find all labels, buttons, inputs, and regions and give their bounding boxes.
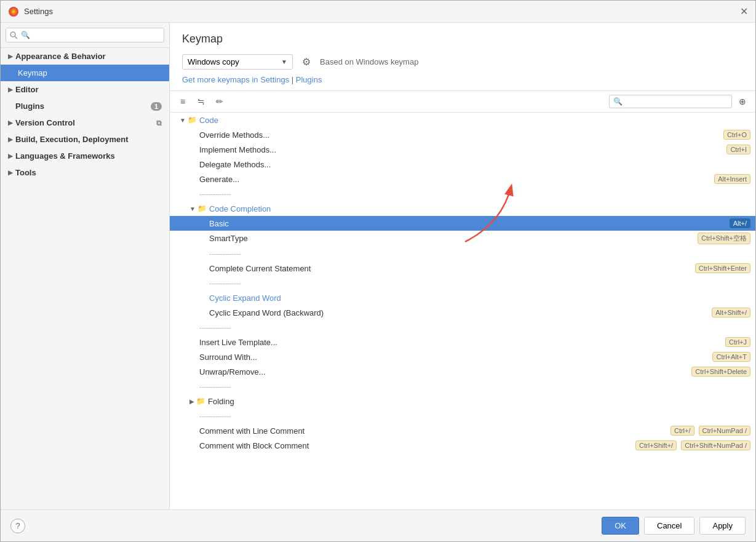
tree-row[interactable]: Delegate Methods... <box>170 157 755 172</box>
sidebar-item-keymap[interactable]: Keymap <box>1 65 169 81</box>
shortcut-badge: Ctrl+Shift+Enter <box>695 263 750 273</box>
shortcut-badge: Ctrl+Shift+Delete <box>691 367 750 377</box>
tree-search-input[interactable] <box>625 97 723 106</box>
help-button[interactable]: ? <box>10 519 25 533</box>
separator-label: -------------- <box>209 250 750 257</box>
tree-item-cyclic-back: Cyclic Expand Word (Backward) <box>209 308 709 317</box>
tree-row[interactable]: Implement Methods... Ctrl+I <box>170 142 755 157</box>
tree-row[interactable]: ▼ 📁 Code Completion <box>170 201 755 216</box>
content-area: Keymap Windows copy ▼ ⚙ Based on Windows… <box>170 23 755 509</box>
tree-row[interactable]: Override Methods... Ctrl+O <box>170 127 755 142</box>
tree-row[interactable]: Surround With... Ctrl+Alt+T <box>170 349 755 364</box>
tree-row-separator: -------------- <box>170 186 755 201</box>
tree-item-live-template: Insert Live Template... <box>199 338 723 347</box>
tree-item-comment-block: Comment with Block Comment <box>199 441 633 450</box>
folder-icon: 📁 <box>196 397 205 405</box>
shortcut-badge: Ctrl+I <box>726 145 750 154</box>
chevron-down-icon: ▼ <box>281 58 287 65</box>
expand-arrow-completion: ▼ <box>189 205 196 212</box>
tree-row[interactable]: SmartType Ctrl+Shift+空格 <box>170 231 755 246</box>
plugins-link[interactable]: Plugins <box>296 75 322 84</box>
cancel-button[interactable]: Cancel <box>644 517 694 535</box>
tree-item-smarttype: SmartType <box>209 234 695 243</box>
tree-row[interactable]: Comment with Line Comment Ctrl+/ Ctrl+Nu… <box>170 423 755 438</box>
vcs-icon: ⧉ <box>156 119 162 127</box>
edit-button[interactable]: ✏ <box>212 94 228 110</box>
tree-row[interactable]: ▼ 📁 Code <box>170 113 755 127</box>
collapse-all-icon: ≡ <box>180 97 185 106</box>
link-separator: | <box>289 75 296 84</box>
settings-link[interactable]: Get more keymaps in Settings <box>182 75 289 84</box>
tree-item-completion: Code Completion <box>209 204 750 213</box>
shortcut-group: Ctrl+Shift+空格 <box>695 233 750 244</box>
sidebar-item-label-build: Build, Execution, Deployment <box>15 135 128 144</box>
bottom-bar: ? OK Cancel Apply <box>1 509 755 541</box>
shortcut-badge: Ctrl+Shift+空格 <box>698 233 750 244</box>
keymap-info-text: Based on Windows keymap <box>320 57 418 66</box>
search-input[interactable] <box>6 28 164 42</box>
keymap-dropdown-value: Windows copy <box>188 57 239 66</box>
plugins-badge: 1 <box>151 102 162 111</box>
tree-row-separator: -------------- <box>170 246 755 261</box>
sidebar-item-label-languages: Languages & Frameworks <box>15 151 115 161</box>
tree-row[interactable]: Insert Live Template... Ctrl+J <box>170 335 755 349</box>
keymap-links: Get more keymaps in Settings | Plugins <box>182 75 743 84</box>
sidebar-item-languages[interactable]: ▶ Languages & Frameworks <box>1 148 169 164</box>
sidebar-item-appearance[interactable]: ▶ Appearance & Behavior <box>1 48 169 65</box>
shortcut-badge: Ctrl+NumPad / <box>699 426 750 436</box>
tree-row[interactable]: ▶ 📁 Folding <box>170 394 755 408</box>
bottom-actions: OK Cancel Apply <box>602 517 746 535</box>
expand-arrow-vcs: ▶ <box>8 119 13 126</box>
svg-point-2 <box>12 10 15 13</box>
tree-row[interactable]: Unwrap/Remove... Ctrl+Shift+Delete <box>170 364 755 379</box>
shortcut-group: Ctrl+J <box>723 337 750 347</box>
search-options-button[interactable]: ⊕ <box>734 94 750 110</box>
close-button[interactable]: ✕ <box>740 6 748 17</box>
tree-row[interactable]: Cyclic Expand Word <box>170 290 755 305</box>
sidebar-item-label-appearance: Appearance & Behavior <box>15 52 106 61</box>
separator-label: -------------- <box>199 190 750 197</box>
sidebar-item-plugins[interactable]: ▶ Plugins 1 <box>1 98 169 114</box>
tree-row[interactable]: Comment with Block Comment Ctrl+Shift+/ … <box>170 438 755 453</box>
expand-all-button[interactable]: ≒ <box>193 94 209 110</box>
tree-row[interactable]: Cyclic Expand Word (Backward) Alt+Shift+… <box>170 305 755 320</box>
sidebar-item-build[interactable]: ▶ Build, Execution, Deployment <box>1 131 169 148</box>
keymap-dropdown[interactable]: Windows copy ▼ <box>182 54 293 70</box>
tree-row[interactable]: Complete Current Statement Ctrl+Shift+En… <box>170 261 755 276</box>
title-bar: Settings ✕ <box>1 1 755 23</box>
search-options-icon: ⊕ <box>739 97 746 106</box>
page-title: Keymap <box>182 33 743 46</box>
tree-row[interactable]: Basic Alt+/ <box>170 216 755 231</box>
folder-icon: 📁 <box>188 116 197 124</box>
sidebar-item-vcs[interactable]: ▶ Version Control ⧉ <box>1 114 169 131</box>
ok-button[interactable]: OK <box>602 517 639 535</box>
gear-button[interactable]: ⚙ <box>298 53 315 70</box>
sidebar-item-label-plugins: Plugins <box>15 102 44 111</box>
apply-button[interactable]: Apply <box>699 517 746 535</box>
sidebar-item-editor[interactable]: ▶ Editor <box>1 81 169 98</box>
tree-row[interactable]: Generate... Alt+Insert <box>170 172 755 186</box>
shortcut-badge: Ctrl+/ <box>670 426 694 436</box>
tree-area: ▼ 📁 Code Override Methods... Ctrl+O Impl… <box>170 113 755 509</box>
shortcut-badge: Ctrl+Shift+/ <box>635 440 677 450</box>
tree-item-surround: Surround With... <box>199 353 710 362</box>
settings-dialog: Settings ✕ ▶ Appearance & Behavior Keyma… <box>0 0 756 542</box>
title-bar-left: Settings <box>8 6 53 17</box>
sidebar-item-label-vcs: Version Control <box>15 118 75 127</box>
expand-all-icon: ≒ <box>197 97 205 106</box>
toolbar: ≡ ≒ ✏ 🔍 ⊕ <box>170 91 755 113</box>
window-title: Settings <box>24 7 53 16</box>
separator-label: -------------- <box>209 279 750 287</box>
tree-item-implement: Implement Methods... <box>199 145 724 154</box>
shortcut-group: Ctrl+Shift+/ Ctrl+Shift+NumPad / <box>633 440 750 450</box>
shortcut-group: Ctrl+I <box>724 145 750 154</box>
expand-arrow-editor: ▶ <box>8 86 13 93</box>
tree-item-basic: Basic <box>209 219 727 228</box>
tree-row-separator: -------------- <box>170 408 755 423</box>
tree-row-separator: -------------- <box>170 276 755 290</box>
collapse-all-button[interactable]: ≡ <box>175 94 191 110</box>
shortcut-badge: Alt+Shift+/ <box>712 308 750 317</box>
shortcut-group: Ctrl+Shift+Delete <box>689 367 750 377</box>
sidebar-item-tools[interactable]: ▶ Tools <box>1 164 169 181</box>
shortcut-badge: Alt+/ <box>730 218 750 228</box>
